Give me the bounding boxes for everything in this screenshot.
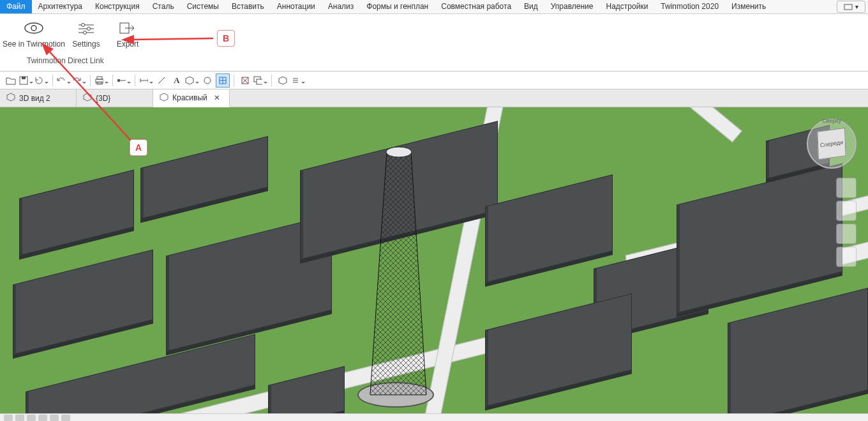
view-tab-label: {3D} — [96, 94, 110, 103]
svg-point-1 — [25, 23, 43, 33]
export-label: Export — [117, 40, 139, 49]
menuitem-architecture[interactable]: Архитектура — [32, 0, 89, 13]
ribbon-panel-title: Twinmotion Direct Link — [4, 55, 864, 66]
settings-button[interactable]: Settings — [69, 15, 103, 49]
section-icon[interactable] — [117, 73, 131, 88]
svg-rect-30 — [257, 79, 262, 84]
paint-icon[interactable] — [200, 73, 214, 88]
svg-rect-17 — [117, 79, 120, 82]
status-bar-button[interactable] — [61, 415, 70, 421]
print-icon[interactable] — [94, 73, 108, 88]
default3d-icon[interactable] — [185, 73, 199, 88]
menuitem-twinmotion[interactable]: Twinmotion 2020 — [654, 0, 725, 13]
close-hidden-icon[interactable] — [238, 73, 252, 88]
svg-rect-12 — [22, 77, 26, 79]
zoom-icon[interactable] — [836, 224, 857, 244]
sync-icon[interactable] — [34, 73, 49, 88]
svg-marker-34 — [370, 152, 426, 395]
svg-line-21 — [158, 77, 165, 84]
menuitem-view[interactable]: Вид — [518, 0, 544, 13]
view-tab-3d[interactable]: {3D} — [77, 89, 153, 107]
cube-icon — [6, 93, 15, 103]
sliders-icon — [77, 19, 95, 37]
menuitem-massing[interactable]: Формы и генплан — [360, 0, 435, 13]
svg-rect-14 — [97, 77, 102, 79]
status-bar-button[interactable] — [4, 415, 13, 421]
cube-icon — [83, 93, 92, 103]
menuitem-manage[interactable]: Управление — [544, 0, 600, 13]
ribbon-panel-twinmotion: See in Twinmotion Settings Export — [0, 14, 868, 72]
status-bar-button[interactable] — [15, 415, 24, 421]
export-icon — [119, 19, 137, 37]
svg-point-22 — [204, 77, 211, 84]
callout-b: B — [217, 30, 235, 47]
svg-point-35 — [386, 147, 412, 157]
menuitem-structure[interactable]: Конструкция — [89, 0, 146, 13]
status-bar-button[interactable] — [27, 415, 36, 421]
selection-box-icon[interactable]: ▾ — [837, 1, 865, 13]
link-manage-icon[interactable] — [276, 73, 290, 88]
undo-icon[interactable] — [57, 73, 71, 88]
menuitem-systems[interactable]: Системы — [181, 0, 225, 13]
redo-icon[interactable] — [72, 73, 86, 88]
see-in-twinmotion-label: See in Twinmotion — [3, 40, 65, 49]
status-bar — [0, 413, 868, 421]
menuitem-file[interactable]: Файл — [0, 0, 32, 13]
thin-lines-icon[interactable] — [154, 73, 168, 88]
view-tab-3dview2[interactable]: 3D вид 2 — [0, 89, 77, 107]
menuitem-modify[interactable]: Изменить — [725, 0, 772, 13]
navigation-bar — [836, 178, 857, 267]
menuitem-annotate[interactable]: Аннотации — [271, 0, 322, 13]
svg-rect-0 — [844, 4, 852, 10]
cube-icon — [160, 93, 168, 103]
thin-lines-toggle-icon[interactable] — [216, 73, 230, 88]
quick-access-toolbar: A — [0, 72, 868, 89]
view-tab-label: Красивый — [172, 93, 207, 102]
eye-icon — [23, 19, 45, 37]
menuitem-analyze[interactable]: Анализ — [322, 0, 361, 13]
close-icon[interactable]: ✕ — [214, 93, 220, 102]
customize-qat-icon[interactable] — [291, 73, 305, 88]
view-cube-face-front[interactable]: Спереди — [817, 128, 846, 160]
callout-a: A — [130, 139, 147, 156]
main-menubar: Файл Архитектура Конструкция Сталь Систе… — [0, 0, 868, 14]
text-icon[interactable]: A — [170, 73, 184, 88]
pan-icon[interactable] — [836, 201, 857, 221]
steering-wheel-icon[interactable] — [836, 178, 857, 198]
menuitem-addins[interactable]: Надстройки — [600, 0, 655, 13]
save-icon[interactable] — [19, 73, 33, 88]
switch-windows-icon[interactable] — [253, 73, 267, 88]
export-button[interactable]: Export — [108, 15, 147, 49]
view-tab-label: 3D вид 2 — [19, 94, 50, 103]
view-tab-strip: 3D вид 2 {3D} Красивый ✕ — [0, 89, 868, 107]
svg-point-8 — [84, 31, 87, 34]
svg-point-2 — [31, 26, 36, 31]
menuitem-collaborate[interactable]: Совместная работа — [435, 0, 518, 13]
status-bar-button[interactable] — [50, 415, 59, 421]
view-tab-beautiful[interactable]: Красивый ✕ — [153, 89, 230, 107]
status-bar-button[interactable] — [38, 415, 47, 421]
menuitem-steel[interactable]: Сталь — [146, 0, 181, 13]
menuitem-insert[interactable]: Вставить — [225, 0, 271, 13]
settings-label: Settings — [72, 40, 100, 49]
view-cube[interactable]: Спереди Сверху — [807, 119, 857, 169]
open-icon[interactable] — [4, 73, 18, 88]
svg-point-6 — [87, 27, 91, 31]
view-cube-face-top[interactable]: Сверху — [822, 118, 841, 124]
dimension-icon[interactable] — [139, 73, 153, 88]
see-in-twinmotion-button[interactable]: See in Twinmotion — [4, 15, 64, 49]
orbit-icon[interactable] — [836, 247, 857, 267]
svg-point-4 — [82, 24, 85, 27]
